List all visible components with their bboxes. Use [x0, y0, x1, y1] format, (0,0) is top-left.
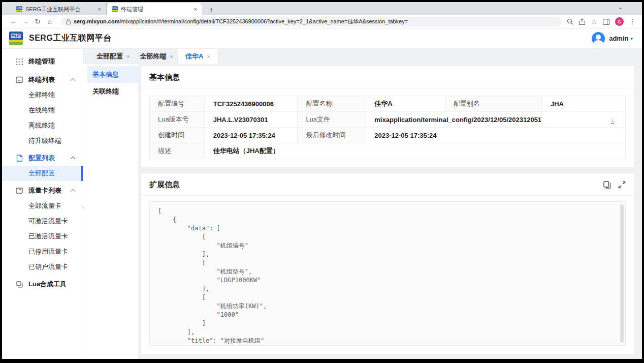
new-tab-button[interactable]: + — [206, 6, 216, 14]
sidebar-item-label: 终端管理 — [28, 57, 55, 66]
chevron-up-icon[interactable] — [71, 78, 76, 83]
lua-file-value: mixapplication/terminal_config/2023/12/0… — [366, 112, 542, 128]
browser-profile-avatar[interactable]: G — [615, 17, 624, 26]
close-icon[interactable]: × — [170, 53, 173, 59]
json-code-content: [ { "data": [ [ "机组编号" ], [ "机组型号", "LDG… — [150, 202, 625, 345]
reload-icon[interactable]: ↻ — [31, 18, 44, 25]
terminal-list-icon — [15, 76, 23, 84]
field-label: 最后修改时间 — [298, 128, 366, 143]
user-caret-down-icon[interactable]: ▾ — [630, 36, 633, 41]
browser-tab-serg[interactable]: ERG SERG工业互联网平台 × — [11, 3, 107, 15]
sidebar-item-activatable-sim-cards[interactable]: 可激活流量卡 — [2, 214, 83, 229]
forward-icon[interactable]: → — [19, 18, 31, 25]
url-path: /mixapplication/#/terminal/config/detail… — [119, 18, 408, 24]
sidebar-group-label: 流量卡列表 — [28, 186, 61, 195]
back-icon[interactable]: ← — [7, 18, 19, 25]
sidebar-item-lua-tool[interactable]: Lua合成工具 — [2, 277, 83, 292]
browser-window: ERG SERG工业互联网平台 × ERG 终端管理 × + ⌄ ← → ↻ ⌂… — [2, 2, 642, 359]
extended-info-card: 扩展信息 [ { "data": [ [ "机组编号" — [141, 173, 634, 354]
table-row: 配置编号 TCF3252436900006 配置名称 佳华A 配置别名 JHA — [150, 96, 626, 112]
chevron-down-icon[interactable]: ⌄ — [618, 4, 623, 11]
app-body: 终端管理 终端列表 全部终端 在线终端 离线终端 待升级终端 配置列表 全部配置 — [2, 49, 642, 359]
sidebar-group-label: 配置列表 — [28, 154, 55, 163]
lua-file-download-cell: ↓ — [542, 112, 625, 128]
sidebar-item-cancelled-sim-cards[interactable]: 已销户流量卡 — [2, 259, 83, 275]
chevron-up-icon[interactable] — [71, 189, 76, 194]
share-icon[interactable] — [579, 18, 585, 25]
section-title: 扩展信息 — [149, 180, 180, 190]
sidebar-item-label: Lua合成工具 — [28, 280, 67, 289]
browser-action-icons: ☆ G ⋮ — [567, 17, 637, 26]
sidebar-item-all-terminals[interactable]: 全部终端 — [2, 87, 83, 103]
sidebar-group-config-list[interactable]: 配置列表 — [2, 150, 83, 166]
json-code-viewer[interactable]: [ { "data": [ [ "机组编号" ], [ "机组型号", "LDG… — [149, 201, 626, 346]
config-file-icon — [15, 154, 23, 162]
zoom-icon[interactable] — [567, 18, 573, 25]
modified-time-value: 2023-12-05 17:35:24 — [366, 128, 626, 143]
field-label: Lua版本号 — [150, 112, 205, 128]
username[interactable]: admin — [609, 35, 628, 42]
bookmark-star-icon[interactable]: ☆ — [591, 18, 597, 26]
sidebar-item-terminal-management[interactable]: 终端管理 — [2, 53, 83, 70]
field-label: 创建时间 — [150, 128, 205, 143]
basic-info-card: 基本信息 配置编号 TCF3252436900006 — [141, 66, 634, 167]
description-value: 佳华电站（JHA配置） — [205, 143, 625, 159]
field-label: 描述 — [150, 143, 205, 159]
sidebar-group-sim-card-list[interactable]: 流量卡列表 — [2, 183, 83, 198]
user-avatar[interactable] — [592, 32, 605, 45]
close-icon[interactable]: × — [126, 53, 130, 59]
sidebar-item-upgrade-pending-terminals[interactable]: 待升级终端 — [2, 133, 83, 148]
sidebar: 终端管理 终端列表 全部终端 在线终端 离线终端 待升级终端 配置列表 全部配置 — [2, 49, 83, 359]
created-time-value: 2023-12-05 17:35:24 — [205, 128, 298, 143]
scrollbar-thumb[interactable] — [620, 204, 624, 343]
expand-icon[interactable] — [618, 181, 626, 189]
sidebar-item-offline-terminals[interactable]: 离线终端 — [2, 118, 83, 133]
field-label: 配置别名 — [445, 96, 542, 112]
workspace-tab-jiahua-a[interactable]: 佳华A × — [178, 49, 217, 64]
table-row: 创建时间 2023-12-05 17:35:24 最后修改时间 2023-12-… — [150, 128, 626, 143]
app-logo: ERG — [9, 32, 23, 45]
serg-favicon-icon: ERG — [16, 6, 22, 12]
address-bar[interactable]: serg.mixyun.com/mixapplication/#/termina… — [61, 17, 562, 26]
sidebar-group-label: 终端列表 — [28, 75, 55, 84]
workspace: 全部配置 × 全部终端 × 佳华A × 基本信息 关联终端 — [83, 49, 642, 359]
sidebar-item-activated-sim-cards[interactable]: 已激活流量卡 — [2, 229, 83, 244]
main-content: 基本信息 配置编号 TCF3252436900006 — [138, 64, 642, 359]
browser-tab-title: 终端管理 — [121, 6, 191, 13]
detail-nav-basic-info[interactable]: 基本信息 — [87, 66, 138, 83]
url-domain: serg.mixyun.com — [74, 18, 119, 24]
app-title: SERG工业互联网平台 — [29, 33, 112, 44]
home-icon[interactable]: ⌂ — [44, 18, 56, 25]
detail-nav-related-terminals[interactable]: 关联终端 — [87, 83, 138, 100]
browser-toolbar: ← → ↻ ⌂ serg.mixyun.com/mixapplication/#… — [2, 15, 642, 28]
browser-tab-strip: ERG SERG工业互联网平台 × ERG 终端管理 × + ⌄ — [2, 2, 642, 15]
sidebar-collapse-icon[interactable]: ‹ — [80, 199, 86, 215]
close-icon[interactable]: × — [194, 6, 197, 12]
config-name-value: 佳华A — [366, 96, 445, 112]
serg-favicon-icon: ERG — [112, 6, 118, 12]
close-icon[interactable]: × — [98, 6, 101, 12]
chevron-up-icon[interactable] — [71, 157, 76, 162]
workspace-tab-bar: 全部配置 × 全部终端 × 佳华A × — [83, 49, 642, 64]
sidebar-item-online-terminals[interactable]: 在线终端 — [2, 103, 83, 118]
close-icon[interactable]: × — [207, 53, 210, 59]
sidebar-group-terminal-list[interactable]: 终端列表 — [2, 72, 83, 87]
field-label: 配置名称 — [298, 96, 366, 112]
lua-version-value: JHA.L.V23070301 — [205, 112, 298, 128]
workspace-tab-all-configs[interactable]: 全部配置 × — [91, 49, 135, 64]
config-alias-value: JHA — [542, 96, 625, 112]
field-label: 配置编号 — [150, 96, 205, 112]
browser-menu-icon[interactable]: ⋮ — [629, 18, 636, 25]
copy-icon[interactable] — [603, 181, 611, 189]
sidebar-item-suspended-sim-cards[interactable]: 已停用流量卡 — [2, 244, 83, 259]
browser-tab-terminal[interactable]: ERG 终端管理 × — [107, 3, 202, 15]
workspace-tab-all-terminals[interactable]: 全部终端 × — [135, 49, 178, 64]
sidebar-item-all-sim-cards[interactable]: 全部流量卡 — [2, 198, 83, 214]
grid-icon — [15, 57, 23, 66]
sidebar-item-all-configs[interactable]: 全部配置 — [2, 166, 83, 181]
table-row: Lua版本号 JHA.L.V23070301 Lua文件 mixapplicat… — [150, 112, 626, 128]
lock-icon — [66, 19, 71, 24]
field-label: Lua文件 — [298, 112, 366, 128]
download-icon[interactable]: ↓ — [611, 117, 614, 124]
side-panel-icon[interactable] — [603, 19, 609, 25]
